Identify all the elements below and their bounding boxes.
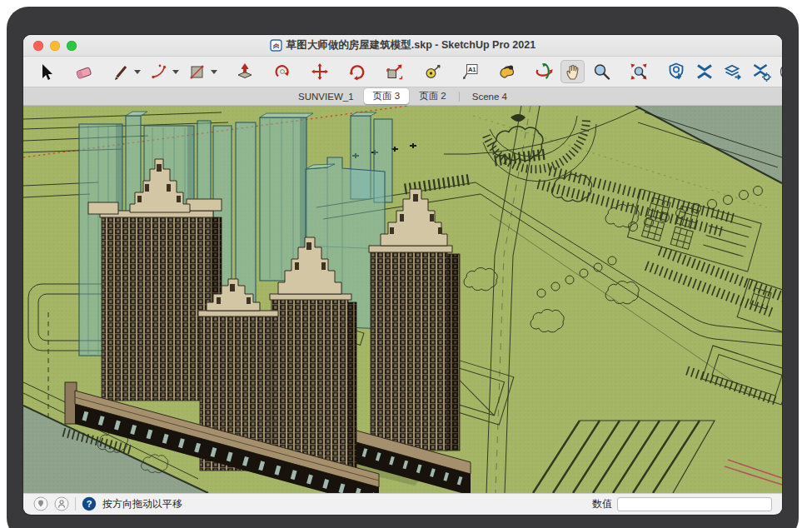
measurement-label: 数值 <box>592 497 612 511</box>
extension-warehouse-button[interactable] <box>692 60 716 83</box>
pan-hand-icon <box>563 62 583 82</box>
model-viewport[interactable] <box>23 106 782 493</box>
window-title-text: 草图大师做的房屋建筑模型.skp - SketchUp Pro 2021 <box>286 38 536 52</box>
orbit-icon <box>535 62 555 82</box>
offset-icon <box>272 62 292 82</box>
rectangle-tool-dropdown[interactable] <box>211 70 217 74</box>
account-button[interactable] <box>777 60 782 83</box>
text-tool-button[interactable]: A1 <box>457 60 481 83</box>
arc-tool-button[interactable] <box>147 60 171 83</box>
geolocation-icon[interactable] <box>33 496 48 511</box>
scene-tab-sunview-1[interactable]: SUNVIEW_1 <box>291 90 361 103</box>
zoom-extents-icon <box>629 62 649 82</box>
measurement-input[interactable] <box>617 497 772 511</box>
eraser-icon <box>73 62 93 82</box>
zoom-button[interactable] <box>67 41 77 51</box>
close-button[interactable] <box>33 41 43 51</box>
scene-tab-divider <box>459 92 460 102</box>
measurement-group: 数值 <box>592 497 772 511</box>
status-divider <box>75 497 76 511</box>
minimize-button[interactable] <box>50 41 60 51</box>
scene-tabs-bar: SUNVIEW_1 页面 3 页面 2 Scene 4 <box>23 87 782 106</box>
status-hint-text: 按方向拖动以平移 <box>102 497 182 511</box>
scale-icon <box>385 62 405 82</box>
model-canvas <box>23 106 782 493</box>
rectangle-icon <box>187 62 207 82</box>
status-bar: ? 按方向拖动以平移 数值 <box>23 493 782 514</box>
screenshot-frame: 草图大师做的房屋建筑模型.skp - SketchUp Pro 2021 <box>7 7 799 528</box>
arc-tool-dropdown[interactable] <box>172 70 179 74</box>
paint-bucket-icon <box>497 62 517 82</box>
sketchup-logo-icon <box>270 39 282 52</box>
offset-tool-button[interactable] <box>270 60 294 83</box>
orbit-tool-button[interactable] <box>532 60 556 83</box>
rotate-tool-button[interactable] <box>345 60 369 83</box>
extension-warehouse-icon <box>695 62 715 82</box>
warehouse-download-button[interactable] <box>664 60 688 83</box>
line-tool-dropdown[interactable] <box>134 70 141 74</box>
share-model-button[interactable] <box>720 60 745 83</box>
zoom-magnifier-icon <box>591 62 611 82</box>
tape-measure-icon <box>422 62 442 82</box>
scene-tab-page-2[interactable]: 页面 2 <box>411 88 454 104</box>
line-tool-button[interactable] <box>108 60 132 83</box>
push-pull-tool-button[interactable] <box>232 60 257 83</box>
select-arrow-icon <box>36 62 56 82</box>
select-tool-button[interactable] <box>33 60 57 83</box>
extension-manager-icon <box>751 62 771 82</box>
3d-warehouse-icon <box>666 62 686 82</box>
zoom-extents-tool-button[interactable] <box>626 60 650 83</box>
paint-bucket-tool-button[interactable] <box>495 60 519 83</box>
text-annotation-icon: A1 <box>460 62 480 82</box>
toolbar: A1 <box>23 57 782 87</box>
move-tool-button[interactable] <box>307 60 331 83</box>
pan-tool-button[interactable] <box>560 60 585 83</box>
tape-measure-tool-button[interactable] <box>420 60 444 83</box>
rectangle-tool-button[interactable] <box>185 60 209 83</box>
credits-person-icon[interactable] <box>54 496 69 511</box>
svg-text:?: ? <box>87 499 92 509</box>
scale-tool-button[interactable] <box>382 60 406 83</box>
svg-text:A1: A1 <box>467 66 476 73</box>
window-title: 草图大师做的房屋建筑模型.skp - SketchUp Pro 2021 <box>270 38 536 52</box>
scene-tab-page-3[interactable]: 页面 3 <box>364 88 410 104</box>
arc-icon <box>149 62 169 82</box>
move-icon <box>310 62 330 82</box>
traffic-lights <box>33 41 77 51</box>
account-avatar-icon <box>779 61 783 82</box>
share-layers-icon <box>723 62 743 82</box>
scene-tab-scene-4[interactable]: Scene 4 <box>465 90 515 103</box>
push-pull-icon <box>235 62 255 82</box>
help-icon[interactable]: ? <box>82 496 97 511</box>
rotate-icon <box>347 62 367 82</box>
extension-manager-button[interactable] <box>749 60 773 83</box>
pencil-icon <box>111 62 131 82</box>
eraser-tool-button[interactable] <box>71 60 95 83</box>
title-bar: 草图大师做的房屋建筑模型.skp - SketchUp Pro 2021 <box>23 35 782 57</box>
sketchup-window: 草图大师做的房屋建筑模型.skp - SketchUp Pro 2021 <box>23 35 782 515</box>
zoom-tool-button[interactable] <box>589 60 613 83</box>
